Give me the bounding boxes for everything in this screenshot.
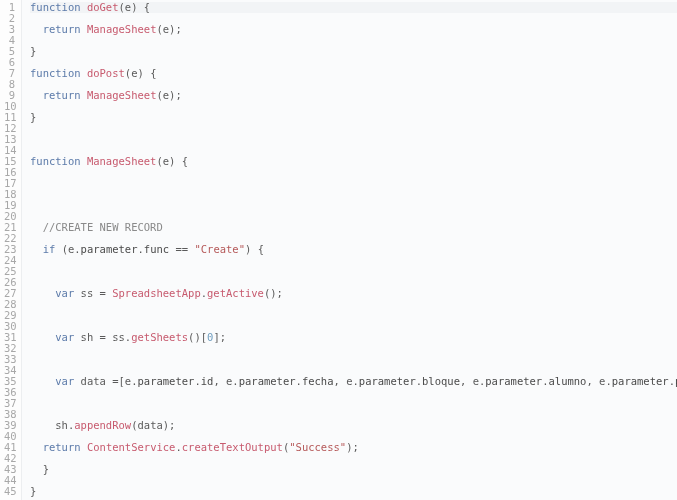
code-token: ss = xyxy=(74,287,112,299)
code-token: (e) { xyxy=(119,1,151,13)
code-token: (data); xyxy=(131,419,175,431)
code-token: parameter xyxy=(137,375,194,387)
code-token: parameter xyxy=(612,375,669,387)
code-line[interactable]: } xyxy=(30,112,677,123)
code-token: (e); xyxy=(156,23,181,35)
code-line[interactable]: function ManageSheet(e) { xyxy=(30,156,677,167)
code-token: "Create" xyxy=(194,243,245,255)
code-token: } xyxy=(30,485,36,497)
code-line[interactable]: function doPost(e) { xyxy=(30,68,677,79)
code-token: alumno xyxy=(549,375,587,387)
code-token: function xyxy=(30,155,81,167)
code-token: getSheets xyxy=(131,331,188,343)
code-line[interactable]: return ContentService.createTextOutput("… xyxy=(30,442,677,453)
code-token: doPost xyxy=(87,67,125,79)
code-token: return xyxy=(43,23,81,35)
code-token: ContentService xyxy=(87,441,176,453)
code-line[interactable] xyxy=(30,453,677,464)
code-token: parameter xyxy=(81,243,138,255)
code-token: ]; xyxy=(213,331,226,343)
code-token: var xyxy=(55,331,74,343)
code-token: SpreadsheetApp xyxy=(112,287,201,299)
line-number-gutter: 1234567891011121314151617181920212223242… xyxy=(0,0,22,500)
code-line[interactable]: return ManageSheet(e); xyxy=(30,24,677,35)
code-token: ManageSheet xyxy=(87,89,157,101)
code-line[interactable] xyxy=(30,398,677,409)
code-line[interactable] xyxy=(30,178,677,189)
code-line[interactable]: //CREATE NEW RECORD xyxy=(30,222,677,233)
code-line[interactable] xyxy=(30,35,677,46)
code-line[interactable]: return ManageSheet(e); xyxy=(30,90,677,101)
code-token: return xyxy=(43,441,81,453)
code-token: , e. xyxy=(334,375,359,387)
code-line[interactable] xyxy=(30,123,677,134)
code-token: ); xyxy=(346,441,359,453)
code-token: data =[e. xyxy=(74,375,137,387)
code-line[interactable]: var ss = SpreadsheetApp.getActive(); xyxy=(30,288,677,299)
code-token: (e); xyxy=(156,89,181,101)
code-line[interactable] xyxy=(30,101,677,112)
code-token: var xyxy=(55,375,74,387)
code-token: parameter xyxy=(485,375,542,387)
code-line[interactable]: function doGet(e) { xyxy=(30,2,677,13)
code-line[interactable]: if (e.parameter.func == "Create") { xyxy=(30,244,677,255)
code-token: fecha xyxy=(302,375,334,387)
code-token: == xyxy=(169,243,194,255)
code-line[interactable] xyxy=(30,266,677,277)
code-token: var xyxy=(55,287,74,299)
code-token: parameter xyxy=(359,375,416,387)
code-token: (e) { xyxy=(156,155,188,167)
code-token: , e. xyxy=(586,375,611,387)
code-token: , e. xyxy=(213,375,238,387)
code-line[interactable] xyxy=(30,255,677,266)
code-editor[interactable]: 1234567891011121314151617181920212223242… xyxy=(0,0,677,500)
code-line[interactable] xyxy=(30,167,677,178)
code-token: ()[ xyxy=(188,331,207,343)
code-token: function xyxy=(30,67,81,79)
code-line[interactable] xyxy=(30,387,677,398)
code-area[interactable]: function doGet(e) { return ManageSheet(e… xyxy=(22,0,677,500)
code-line[interactable] xyxy=(30,200,677,211)
code-line[interactable] xyxy=(30,310,677,321)
code-line[interactable]: } xyxy=(30,486,677,497)
code-token: getActive xyxy=(207,287,264,299)
code-line[interactable] xyxy=(30,299,677,310)
code-token: return xyxy=(43,89,81,101)
code-token: ManageSheet xyxy=(87,23,157,35)
code-token: doGet xyxy=(87,1,119,13)
code-token: sh. xyxy=(30,419,74,431)
code-token: "Success" xyxy=(289,441,346,453)
code-token: //CREATE NEW RECORD xyxy=(43,221,163,233)
code-line[interactable] xyxy=(30,354,677,365)
code-token: (e) { xyxy=(125,67,157,79)
code-token: if xyxy=(43,243,56,255)
code-token: parameter xyxy=(239,375,296,387)
code-line[interactable] xyxy=(30,189,677,200)
code-line[interactable] xyxy=(30,475,677,486)
code-line[interactable]: var data =[e.parameter.id, e.parameter.f… xyxy=(30,376,677,387)
code-token: ManageSheet xyxy=(87,155,157,167)
code-line[interactable] xyxy=(30,343,677,354)
code-line[interactable] xyxy=(30,134,677,145)
code-token: ) { xyxy=(245,243,264,255)
line-number: 45 xyxy=(4,486,15,497)
code-token: id xyxy=(201,375,214,387)
code-token: function xyxy=(30,1,81,13)
code-token: func xyxy=(144,243,169,255)
code-token: createTextOutput xyxy=(182,441,283,453)
code-line[interactable]: var sh = ss.getSheets()[0]; xyxy=(30,332,677,343)
code-line[interactable]: sh.appendRow(data); xyxy=(30,420,677,431)
code-token: appendRow xyxy=(74,419,131,431)
code-token: , e. xyxy=(460,375,485,387)
code-token: bloque xyxy=(422,375,460,387)
code-token: (); xyxy=(264,287,283,299)
code-token: (e. xyxy=(55,243,80,255)
code-token: sh = ss. xyxy=(74,331,131,343)
code-line[interactable]: } xyxy=(30,464,677,475)
code-line[interactable]: } xyxy=(30,46,677,57)
